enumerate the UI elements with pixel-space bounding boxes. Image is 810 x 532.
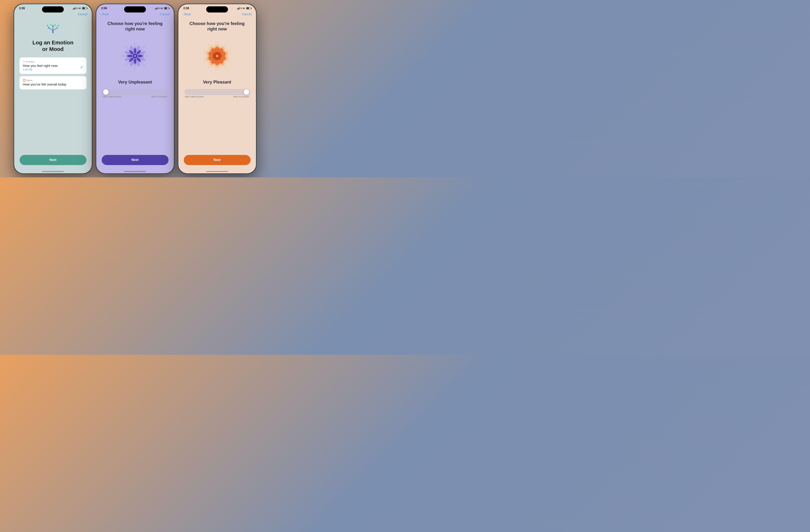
slider-thumb-2[interactable] xyxy=(103,89,109,95)
slider-labels-2: VERY UNPLEASANT VERY PLEASANT xyxy=(102,96,168,98)
battery-text-3: 65 xyxy=(243,7,245,10)
cancel-button-1[interactable]: Cancel xyxy=(78,13,87,16)
status-icons-2: ▾ 65 xyxy=(155,7,169,10)
svg-point-5 xyxy=(48,27,50,29)
battery-text-1: 65 xyxy=(79,7,81,10)
slider-thumb-3[interactable] xyxy=(244,89,249,95)
dynamic-island-2 xyxy=(124,6,146,13)
battery-icon-3 xyxy=(246,7,251,10)
wifi-icon-3: ▾ xyxy=(241,7,242,10)
checkmark-icon: ✓ xyxy=(80,65,83,69)
feeling-title-2: Choose how you're feeling right now xyxy=(108,21,163,32)
mood-value: How you've felt overall today xyxy=(23,82,83,86)
dynamic-island-1 xyxy=(42,6,64,13)
slider-3[interactable]: VERY UNPLEASANT VERY PLEASANT xyxy=(184,89,250,98)
feeling-content-2: Choose how you're feeling right now xyxy=(96,18,174,99)
mood-state-label-3: Very Pleasant xyxy=(203,80,231,85)
time-1: 2:06 xyxy=(19,7,25,10)
cancel-button-2[interactable]: Cancel xyxy=(160,13,169,16)
slider-track-2[interactable] xyxy=(102,89,168,95)
battery-icon-1 xyxy=(82,7,87,10)
phone-3: 2:08 ▾ 65 ‹ Back Cancel Choose how xyxy=(178,4,257,174)
feeling-title-3: Choose how you're feeling right now xyxy=(190,21,245,32)
battery-icon-2 xyxy=(164,7,169,10)
slider-track-3[interactable] xyxy=(184,89,250,95)
log-title: Log an Emotion or Mood xyxy=(32,39,74,52)
mind-tree-icon xyxy=(46,21,60,36)
emotion-value: How you feel right now 2:05 PM ✓ xyxy=(23,64,83,71)
signal-icon-3 xyxy=(237,7,240,10)
flower-container-2 xyxy=(115,36,155,76)
status-icons-1: ▾ 65 xyxy=(73,7,87,10)
status-icons-3: ▾ 65 xyxy=(237,7,251,10)
chevron-left-icon-2: ‹ xyxy=(101,13,102,16)
flower-svg-3 xyxy=(197,36,237,76)
emotion-time: 2:05 PM xyxy=(23,68,58,71)
svg-point-9 xyxy=(47,25,48,26)
next-button-3[interactable]: Next xyxy=(184,155,250,165)
home-indicator-3 xyxy=(206,171,228,172)
wifi-icon-1: ▾ xyxy=(76,7,78,10)
slider-2[interactable]: VERY UNPLEASANT VERY PLEASANT xyxy=(102,89,168,98)
back-button-2[interactable]: ‹ Back xyxy=(101,13,109,16)
svg-line-2 xyxy=(53,29,56,30)
svg-point-8 xyxy=(54,24,56,26)
dynamic-island-3 xyxy=(206,6,228,13)
mood-label-small: 🌅 Mood xyxy=(23,79,83,82)
wifi-icon-2: ▾ xyxy=(158,7,160,10)
flower-svg-2 xyxy=(115,36,155,76)
svg-point-30 xyxy=(216,55,218,57)
emotion-label: ⏱ Emotion xyxy=(23,60,83,63)
cancel-button-3[interactable]: Cancel xyxy=(242,13,252,16)
flower-container-3 xyxy=(197,36,237,76)
svg-point-12 xyxy=(134,55,136,57)
time-2: 2:06 xyxy=(101,7,107,10)
phone-2: 2:06 ▾ 65 ‹ Back Cancel Choose how xyxy=(96,4,175,174)
svg-point-4 xyxy=(52,25,54,27)
mood-state-label-2: Very Unpleasant xyxy=(118,80,152,85)
time-3: 2:08 xyxy=(183,7,189,10)
svg-point-7 xyxy=(50,24,51,26)
svg-point-6 xyxy=(56,27,58,29)
signal-icon-1 xyxy=(73,7,75,10)
svg-line-1 xyxy=(49,29,53,30)
next-button-1[interactable]: Next xyxy=(20,155,86,165)
signal-icon-2 xyxy=(155,7,158,10)
mood-icon: 🌅 xyxy=(23,79,26,82)
battery-text-2: 65 xyxy=(161,7,163,10)
phone-1: 2:06 ▾ 65 Cancel xyxy=(14,4,93,174)
home-indicator-1 xyxy=(42,171,64,172)
chevron-left-icon-3: ‹ xyxy=(183,13,184,16)
next-button-2[interactable]: Next xyxy=(102,155,168,165)
home-indicator-2 xyxy=(124,171,146,172)
mood-card[interactable]: 🌅 Mood How you've felt overall today xyxy=(20,76,86,89)
emotion-icon: ⏱ xyxy=(23,60,25,63)
svg-point-10 xyxy=(58,25,59,26)
feeling-content-3: Choose how you're feeling right now xyxy=(178,18,256,99)
screen1-content: Log an Emotion or Mood ⏱ Emotion How you… xyxy=(14,18,92,92)
back-button-3[interactable]: ‹ Back xyxy=(183,13,191,16)
slider-labels-3: VERY UNPLEASANT VERY PLEASANT xyxy=(184,96,250,98)
emotion-card[interactable]: ⏱ Emotion How you feel right now 2:05 PM… xyxy=(20,58,86,74)
